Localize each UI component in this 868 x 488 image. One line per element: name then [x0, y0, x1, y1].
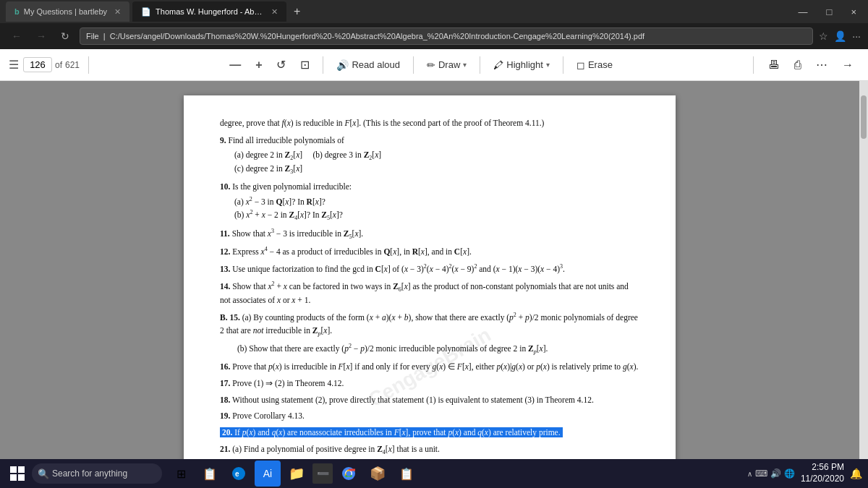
scrollbar-thumb[interactable] — [861, 95, 867, 139]
read-aloud-label: Read aloud — [352, 59, 400, 70]
taskbar-app-clipboard[interactable]: 📋 — [393, 461, 420, 487]
scrollbar[interactable] — [859, 81, 868, 459]
toolbar-separator-2 — [323, 56, 323, 74]
back-button[interactable]: ← — [7, 29, 26, 43]
taskbar-app-ai[interactable]: Ai — [255, 461, 281, 487]
refresh-button[interactable]: ↻ — [56, 29, 74, 43]
problem-intro: degree, prove that f(x) is reducible in … — [220, 117, 639, 130]
taskbar-search-input[interactable] — [32, 463, 162, 484]
taskbar-app-browser[interactable]: e — [226, 461, 252, 487]
problem-15b: (b) Show that there are exactly (p2 − p)… — [237, 342, 639, 357]
taskbar-app-minus[interactable]: ➖ — [312, 463, 333, 484]
navigate-button[interactable]: → — [836, 56, 859, 74]
taskbar-apps: ⊞ 📋 e Ai 📁 ➖ 📦 📋 — [168, 461, 420, 487]
page-total: 621 — [65, 60, 80, 70]
problem-13: 13. Use unique factorization to find the… — [220, 262, 639, 276]
taskbar-app-files[interactable]: 📁 — [284, 461, 310, 487]
share-button[interactable]: ⎙ — [788, 56, 807, 74]
svg-point-8 — [346, 471, 352, 476]
svg-rect-2 — [10, 474, 17, 481]
toolbar-separator-4 — [480, 56, 480, 74]
erase-label: Erase — [588, 59, 613, 70]
pdf-content: degree, prove that f(x) is reducible in … — [220, 117, 639, 459]
print-button[interactable]: 🖶 — [762, 56, 786, 74]
page-number-input[interactable] — [23, 57, 52, 72]
menu-icon[interactable]: ☰ — [9, 58, 19, 72]
edge-icon: e — [231, 466, 246, 481]
problem-10: 10. Is the given polynomial irreducible:… — [220, 181, 639, 223]
tab1-close[interactable]: ✕ — [114, 7, 121, 17]
problem-21: 21. (a) Find a polynomial of positive de… — [220, 443, 639, 459]
tab1-label: My Questions | bartleby — [24, 7, 107, 16]
problem-9c: (c) degree 2 in Z3[x] — [234, 163, 639, 177]
draw-button[interactable]: ✏ Draw ▾ — [421, 56, 472, 74]
problem-10b: (b) x2 + x − 2 in Z4[x]? In Z5[x]? — [234, 208, 639, 223]
highlight-icon: 🖍 — [493, 59, 503, 71]
tab2-icon: 📄 — [141, 7, 151, 17]
highlight-button[interactable]: 🖍 Highlight ▾ — [488, 56, 556, 74]
svg-rect-3 — [18, 474, 25, 481]
taskbar-app-chrome[interactable] — [336, 461, 362, 487]
page-navigation: of 621 — [23, 57, 80, 72]
tab-pdf[interactable]: 📄 Thomas W. Hungerford - Abstra ✕ — [132, 1, 286, 22]
draw-chevron-icon: ▾ — [463, 61, 467, 69]
taskbar: 🔍 ⊞ 📋 e Ai 📁 ➖ 📦 📋 — [0, 459, 868, 488]
problem-11: 11. Show that x3 − 3 is irreducible in Z… — [220, 227, 639, 242]
problem-18: 18. Without using statement (2), prove d… — [220, 394, 639, 407]
forward-button[interactable]: → — [32, 29, 51, 43]
keyboard-icon[interactable]: ⌨ — [755, 468, 767, 479]
zoom-out-button[interactable]: — — [224, 56, 247, 74]
draw-icon: ✏ — [427, 59, 435, 71]
tab2-close[interactable]: ✕ — [271, 7, 278, 17]
more-options-button[interactable]: ⋯ — [810, 55, 833, 74]
network-icon[interactable]: 🌐 — [784, 468, 795, 479]
tray-arrow-icon[interactable]: ∧ — [747, 470, 752, 478]
problem-20: 20. If p(x) and q(x) are nonassociate ir… — [220, 427, 639, 440]
star-icon[interactable]: ☆ — [819, 30, 828, 42]
problem-10a: (a) x2 − 3 in Q[x]? In R[x]? — [234, 195, 639, 209]
highlight-chevron-icon: ▾ — [546, 61, 550, 69]
notification-icon[interactable]: 🔔 — [850, 468, 862, 479]
svg-rect-0 — [10, 466, 17, 473]
more-button[interactable]: ··· — [852, 30, 861, 42]
problem-16: 16. Prove that p(x) is irreducible in F[… — [220, 361, 639, 374]
highlight-label: Highlight — [506, 59, 543, 70]
profile-icon[interactable]: 👤 — [834, 30, 846, 42]
toolbar-separator-5 — [563, 56, 563, 74]
url-input[interactable] — [80, 27, 813, 45]
erase-button[interactable]: ◻ Erase — [571, 56, 618, 74]
problem-9a: (a) degree 2 in Z2[x] (b) degree 3 in Z2… — [234, 149, 639, 163]
pdf-viewer[interactable]: CengageBrain degree, prove that f(x) is … — [0, 81, 859, 459]
maximize-button[interactable]: □ — [821, 7, 838, 17]
fit-page-button[interactable]: ⊡ — [294, 55, 315, 74]
problem-9: 9. Find all irreducible polynomials of (… — [220, 134, 639, 177]
rotate-button[interactable]: ↺ — [271, 55, 292, 74]
title-bar: b My Questions | bartleby ✕ 📄 Thomas W. … — [0, 0, 868, 23]
tab2-label: Thomas W. Hungerford - Abstra — [156, 7, 264, 16]
minimize-button[interactable]: — — [793, 7, 814, 17]
page-of-label: of — [55, 60, 62, 70]
tab-bartleby[interactable]: b My Questions | bartleby ✕ — [6, 1, 129, 22]
zoom-in-button[interactable]: + — [250, 56, 268, 74]
volume-icon[interactable]: 🔊 — [770, 468, 781, 479]
clock[interactable]: 2:56 PM 11/20/2020 — [801, 462, 844, 484]
address-bar-icons: ☆ 👤 ··· — [819, 30, 861, 42]
windows-logo-icon — [10, 466, 25, 481]
taskbar-app-task-view[interactable]: 📋 — [197, 461, 223, 487]
problem-12: 12. Express x4 − 4 as a product of irred… — [220, 245, 639, 259]
svg-text:e: e — [235, 470, 239, 478]
new-tab-button[interactable]: + — [289, 5, 305, 18]
start-button[interactable] — [6, 462, 29, 485]
taskbar-app-package[interactable]: 📦 — [365, 461, 391, 487]
toolbar-separator-3 — [413, 56, 414, 74]
taskbar-right: ∧ ⌨ 🔊 🌐 2:56 PM 11/20/2020 🔔 — [747, 462, 862, 484]
taskbar-search-icon: 🔍 — [38, 468, 49, 479]
read-aloud-button[interactable]: 🔊 Read aloud — [331, 56, 406, 74]
problem-17: 17. Prove (1) ⇒ (2) in Theorem 4.12. — [220, 377, 639, 390]
close-button[interactable]: × — [845, 7, 862, 17]
problem-9-sub: (a) degree 2 in Z2[x] (b) degree 3 in Z2… — [234, 149, 639, 177]
taskbar-app-cortana[interactable]: ⊞ — [168, 461, 194, 487]
draw-label: Draw — [438, 59, 460, 70]
toolbar-right: 🖶 ⎙ ⋯ → — [762, 55, 859, 74]
main-area: CengageBrain degree, prove that f(x) is … — [0, 81, 868, 459]
